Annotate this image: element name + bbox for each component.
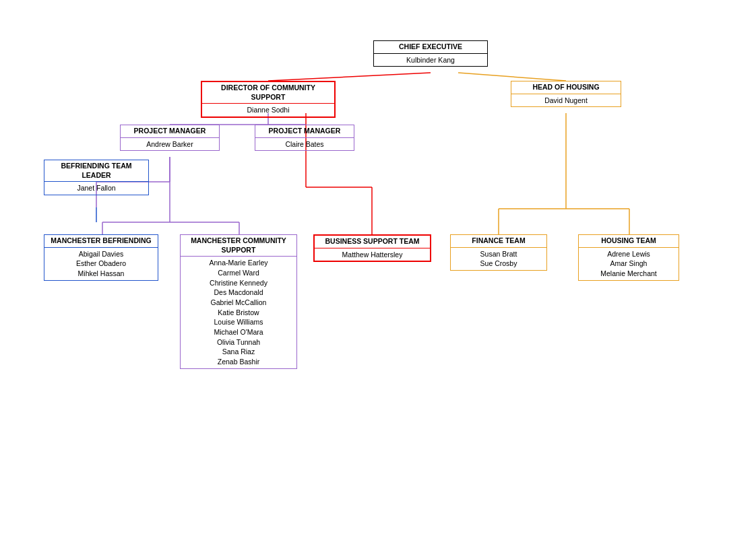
- svg-line-1: [458, 73, 566, 81]
- pm-claire-name: Claire Bates: [255, 138, 354, 151]
- org-chart: CHIEF EXECUTIVE Kulbinder Kang DIRECTOR …: [0, 0, 756, 534]
- befriending-leader-name: Janet Fallon: [44, 182, 148, 195]
- node-head-housing: HEAD OF HOUSING David Nugent: [511, 81, 621, 107]
- pm-andrew-title: PROJECT MANAGER: [121, 125, 219, 137]
- director-name: Dianne Sodhi: [202, 104, 334, 116]
- node-manchester-community: MANCHESTER COMMUNITY SUPPORT Anna-Marie …: [180, 234, 297, 369]
- business-support-name: Matthew Hattersley: [315, 248, 430, 261]
- node-finance-team: FINANCE TEAM Susan Bratt Sue Crosby: [450, 234, 547, 271]
- manchester-community-names: Anna-Marie Earley Carmel Ward Christine …: [181, 257, 296, 368]
- node-pm-claire: PROJECT MANAGER Claire Bates: [255, 125, 354, 151]
- finance-team-title: FINANCE TEAM: [451, 235, 546, 247]
- manchester-befriending-names: Abigail Davies Esther Obadero Mihkel Has…: [44, 248, 158, 280]
- head-housing-name: David Nugent: [511, 94, 621, 107]
- manchester-befriending-title: MANCHESTER BEFRIENDING: [44, 235, 158, 247]
- pm-andrew-name: Andrew Barker: [121, 138, 219, 151]
- node-director: DIRECTOR OF COMMUNITY SUPPORT Dianne Sod…: [201, 81, 336, 118]
- pm-claire-title: PROJECT MANAGER: [255, 125, 354, 137]
- housing-team-names: Adrene Lewis Amar Singh Melanie Merchant: [579, 248, 679, 280]
- head-housing-title: HEAD OF HOUSING: [511, 81, 621, 94]
- chief-executive-name: Kulbinder Kang: [374, 54, 487, 67]
- director-title: DIRECTOR OF COMMUNITY SUPPORT: [202, 82, 334, 103]
- node-housing-team: HOUSING TEAM Adrene Lewis Amar Singh Mel…: [578, 234, 679, 281]
- node-manchester-befriending: MANCHESTER BEFRIENDING Abigail Davies Es…: [44, 234, 158, 281]
- finance-team-names: Susan Bratt Sue Crosby: [451, 248, 546, 270]
- chief-executive-title: CHIEF EXECUTIVE: [374, 41, 487, 53]
- node-befriending-leader: BEFRIENDING TEAM LEADER Janet Fallon: [44, 160, 149, 195]
- business-support-title: BUSINESS SUPPORT TEAM: [315, 236, 430, 248]
- manchester-community-title: MANCHESTER COMMUNITY SUPPORT: [181, 235, 296, 256]
- svg-line-0: [268, 73, 431, 81]
- node-chief-executive: CHIEF EXECUTIVE Kulbinder Kang: [373, 40, 488, 67]
- befriending-leader-title: BEFRIENDING TEAM LEADER: [44, 160, 148, 181]
- node-pm-andrew: PROJECT MANAGER Andrew Barker: [120, 125, 220, 151]
- housing-team-title: HOUSING TEAM: [579, 235, 679, 247]
- node-business-support: BUSINESS SUPPORT TEAM Matthew Hattersley: [313, 234, 431, 262]
